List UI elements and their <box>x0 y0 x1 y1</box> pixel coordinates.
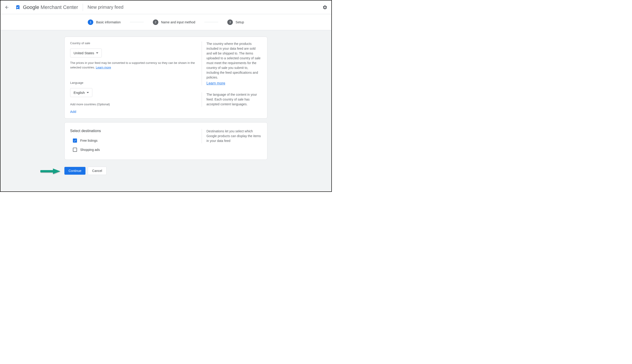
content: Country of sale United States The prices… <box>1 30 331 191</box>
actions-row: Continue Cancel <box>64 167 267 175</box>
step-3[interactable]: 3 Setup <box>227 20 244 25</box>
step-2-circle: 2 <box>153 20 158 25</box>
step-2[interactable]: 2 Name and input method <box>153 20 195 25</box>
destinations-info: Destinations let you select which Google… <box>206 129 262 143</box>
header: Google Merchant Center New primary feed <box>1 0 331 14</box>
arrow-left-icon <box>5 5 9 10</box>
step-line <box>204 22 218 22</box>
svg-rect-0 <box>40 170 54 172</box>
chevron-down-icon <box>87 92 89 93</box>
country-helper: The prices in your feed may be converted… <box>70 61 195 70</box>
language-info: The language of the content in your feed… <box>206 92 262 107</box>
step-1-circle: 1 <box>88 20 93 25</box>
cancel-button[interactable]: Cancel <box>88 167 107 175</box>
country-selected: United States <box>74 51 94 55</box>
free-listings-row: Free listings <box>70 138 195 142</box>
continue-button[interactable]: Continue <box>64 167 86 175</box>
shopping-ads-checkbox[interactable] <box>73 148 77 152</box>
check-icon <box>73 139 77 142</box>
stepper: 1 Basic information 2 Name and input met… <box>1 14 331 30</box>
gear-icon <box>323 5 328 10</box>
language-label: Language <box>70 81 195 84</box>
annotation-arrow-icon <box>39 167 62 175</box>
destinations-card: Select destinations Free listings Shoppi… <box>64 122 267 160</box>
step-line <box>130 22 144 22</box>
country-dropdown[interactable]: United States <box>70 48 102 58</box>
info-panel: The country where the products included … <box>201 37 267 118</box>
language-selected: English <box>74 91 85 94</box>
step-1[interactable]: 1 Basic information <box>88 20 121 25</box>
step-3-label: Setup <box>236 20 244 24</box>
country-info: The country where the products included … <box>206 42 262 80</box>
chevron-down-icon <box>96 52 98 54</box>
page-title: New primary feed <box>88 4 124 10</box>
destinations-info-panel: Destinations let you select which Google… <box>201 122 267 160</box>
settings-button[interactable] <box>322 4 328 10</box>
back-button[interactable] <box>4 4 10 10</box>
divider <box>83 4 83 11</box>
destinations-title: Select destinations <box>70 129 195 133</box>
free-listings-checkbox[interactable] <box>73 138 77 142</box>
logo: Google Merchant Center <box>15 4 78 10</box>
country-label: Country of sale <box>70 42 195 45</box>
free-listings-label: Free listings <box>80 139 97 142</box>
logo-text: Google Merchant Center <box>23 4 78 10</box>
add-countries-button[interactable]: Add <box>70 110 76 114</box>
shopping-ads-row: Shopping ads <box>70 148 195 152</box>
add-countries-label: Add more countries (Optional) <box>70 102 195 106</box>
step-1-label: Basic information <box>96 20 121 24</box>
country-info-link[interactable]: Learn more <box>206 81 225 85</box>
merchant-center-icon <box>15 4 21 10</box>
step-2-label: Name and input method <box>161 20 195 24</box>
basic-info-card: Country of sale United States The prices… <box>64 37 267 118</box>
shopping-ads-label: Shopping ads <box>80 148 100 152</box>
step-3-circle: 3 <box>227 20 233 25</box>
country-learn-more-link[interactable]: Learn more <box>96 66 111 69</box>
language-dropdown[interactable]: English <box>70 88 92 97</box>
